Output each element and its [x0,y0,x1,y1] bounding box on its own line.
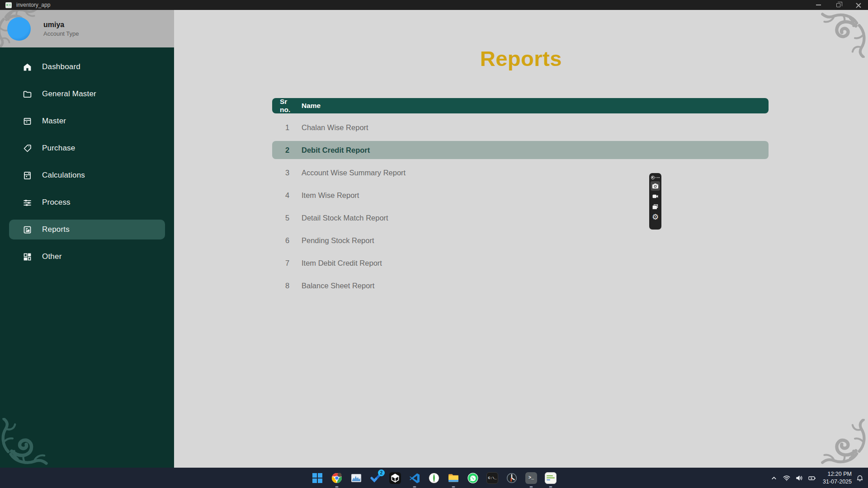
video-camera-icon [652,193,659,200]
sidebar-item-process[interactable]: Process [9,192,165,212]
sidebar: umiya Account Type Dashboard General Mas… [0,10,174,468]
profile-account-type: Account Type [43,30,79,37]
windows-start-icon[interactable] [311,472,323,484]
grid-icon [23,252,32,262]
tray-clock[interactable]: 12:20 PM 31-07-2025 [823,470,852,485]
whatsapp-icon[interactable] [467,472,479,484]
wifi-icon[interactable] [782,474,791,483]
table-header: Sr no. Name [272,98,769,113]
flourish-ornament [819,419,866,466]
main-content: Reports Sr no. Name 1 Chalan Wise Report… [174,10,868,468]
row-sr: 8 [272,282,295,290]
close-icon [856,3,861,8]
capture-settings-button[interactable]: ⚙ [651,212,660,222]
sidebar-item-label: Process [42,198,71,207]
row-name: Account Wise Summary Report [295,169,406,177]
close-button[interactable] [848,0,868,10]
sidebar-item-label: General Master [42,89,96,99]
avatar[interactable] [7,17,31,41]
task-manager-icon[interactable] [350,472,362,484]
notification-bell-icon[interactable] [855,474,864,483]
table-row-item-wise[interactable]: 4 Item Wise Report [272,186,769,204]
screenshot-button[interactable] [651,181,660,191]
row-name: Item Debit Credit Report [295,259,382,267]
archive-icon [23,117,32,126]
sidebar-item-label: Calculations [42,171,85,180]
minimize-icon [816,5,821,5]
sidebar-item-purchase[interactable]: Purchase [9,138,165,158]
volume-icon[interactable] [795,474,804,483]
tray-time: 12:20 PM [823,470,852,478]
profile-name: umiya [43,21,79,29]
table-row-debit-credit[interactable]: 2 Debit Credit Report [272,141,769,159]
sidebar-item-master[interactable]: Master [9,111,165,131]
record-video-button[interactable] [651,192,660,201]
header-sr-no: Sr no. [272,98,295,114]
row-sr: 7 [272,259,295,267]
cmd-icon[interactable]: C:\_ [486,472,498,484]
taskbar: 2 C:\_ [0,468,868,488]
capture-toolbar-header[interactable] [651,175,660,180]
ms-todo-icon[interactable]: 2 [370,472,382,484]
profile-header: umiya Account Type [0,10,174,47]
table-row-balance-sheet[interactable]: 8 Balance Sheet Report [272,277,769,295]
cmd-prompt-label: C:\_ [488,476,496,480]
sliders-icon [23,198,32,207]
more-dots-icon [656,177,660,178]
table-row-item-debit-credit[interactable]: 7 Item Debit Credit Report [272,254,769,272]
running-indicator [413,486,416,488]
vscode-icon[interactable] [409,472,420,484]
sidebar-menu: Dashboard General Master Master [0,57,174,267]
table-row-chalan-wise[interactable]: 1 Chalan Wise Report [272,118,769,136]
table-row-detail-stock-match[interactable]: 5 Detail Stock Match Report [272,209,769,227]
tray-chevron-up-icon[interactable] [769,474,778,483]
app-window: umiya Account Type Dashboard General Mas… [0,10,868,468]
sidebar-item-general-master[interactable]: General Master [9,84,165,104]
cube-app-icon[interactable] [389,472,401,484]
home-icon [23,62,32,72]
sidebar-item-dashboard[interactable]: Dashboard [9,57,165,77]
tag-icon [23,144,32,153]
restore-button[interactable] [828,0,848,10]
battery-icon[interactable] [807,474,816,483]
notes-app-icon[interactable] [545,472,557,484]
terminal-icon[interactable]: >_ [525,472,537,484]
window-titlebar: inventory_app [0,0,868,10]
row-name: Pending Stock Report [295,236,374,245]
sidebar-item-label: Reports [42,225,70,234]
file-explorer-icon[interactable] [448,472,459,484]
flourish-ornament [819,11,866,58]
chrome-icon[interactable] [331,472,343,484]
mongodb-icon[interactable] [428,472,440,484]
window-capture-icon [652,203,659,210]
row-sr: 5 [272,214,295,222]
sidebar-item-label: Master [42,117,66,126]
row-sr: 1 [272,123,295,132]
header-name: Name [295,102,321,110]
taskbar-icons: 2 C:\_ [0,472,868,484]
window-title: inventory_app [16,2,50,8]
terminal-prompt-label: >_ [528,475,534,480]
row-name: Item Wise Report [295,191,359,200]
app-window-icon [5,2,12,8]
todo-badge: 2 [378,469,385,476]
sidebar-item-calculations[interactable]: Calculations [9,165,165,185]
row-name: Debit Credit Report [295,146,370,155]
minimize-button[interactable] [808,0,828,10]
row-name: Detail Stock Match Report [295,214,388,222]
page-title: Reports [174,46,868,71]
sidebar-item-label: Purchase [42,144,75,153]
row-name: Balance Sheet Report [295,282,374,290]
window-capture-button[interactable] [651,202,660,211]
sidebar-item-reports[interactable]: Reports [9,220,165,239]
sidebar-item-label: Dashboard [42,62,80,71]
reports-table: Sr no. Name 1 Chalan Wise Report 2 Debit… [272,98,769,299]
running-indicator [549,486,552,488]
settings-gear-icon: ⚙ [652,213,659,221]
sidebar-item-other[interactable]: Other [9,247,165,267]
table-row-account-wise-summary[interactable]: 3 Account Wise Summary Report [272,164,769,182]
clock-app-icon[interactable] [506,472,518,484]
camera-icon [652,183,659,189]
table-row-pending-stock[interactable]: 6 Pending Stock Report [272,231,769,249]
table-rows: 1 Chalan Wise Report 2 Debit Credit Repo… [272,118,769,295]
